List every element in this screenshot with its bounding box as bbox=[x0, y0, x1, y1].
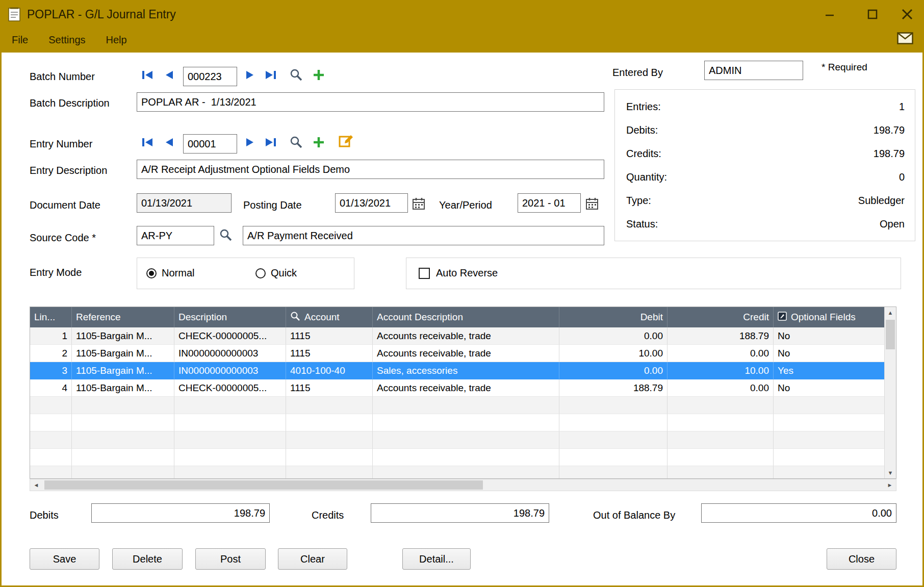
year-period-calendar-icon[interactable] bbox=[584, 195, 600, 212]
grid-cell-optional-fields[interactable] bbox=[774, 397, 885, 414]
radio-normal[interactable] bbox=[146, 268, 157, 278]
auto-reverse-checkbox[interactable] bbox=[419, 268, 430, 279]
entry-last-button[interactable] bbox=[263, 134, 279, 150]
grid-cell-debit[interactable]: 10.00 bbox=[559, 345, 668, 362]
horizontal-scrollbar[interactable]: ◄ ► bbox=[30, 479, 896, 491]
grid-cell-credit[interactable]: 0.00 bbox=[668, 379, 774, 397]
entry-description-input[interactable] bbox=[137, 160, 604, 179]
grid-cell-optional-fields[interactable] bbox=[774, 449, 885, 466]
grid-row[interactable]: 21105-Bargain M...IN00000000000031115Acc… bbox=[30, 345, 885, 362]
post-button[interactable]: Post bbox=[195, 548, 266, 570]
grid-cell-optional-fields[interactable]: No bbox=[774, 345, 885, 362]
detail-button[interactable]: Detail... bbox=[402, 548, 471, 570]
grid-cell-line[interactable] bbox=[30, 431, 72, 449]
entry-finder-icon[interactable] bbox=[288, 134, 304, 150]
grid-cell-optional-fields[interactable]: Yes bbox=[774, 362, 885, 379]
scroll-up-icon[interactable]: ▲ bbox=[885, 307, 896, 318]
posting-date-input[interactable] bbox=[335, 193, 408, 213]
grid-cell-account-description[interactable] bbox=[373, 414, 559, 431]
grid-cell-description[interactable] bbox=[174, 414, 286, 431]
minimize-button[interactable] bbox=[818, 5, 841, 24]
scroll-down-icon[interactable]: ▼ bbox=[885, 467, 896, 478]
grid-cell-line[interactable]: 3 bbox=[30, 362, 72, 379]
grid-cell-line[interactable]: 4 bbox=[30, 379, 72, 397]
grid-cell-reference[interactable] bbox=[72, 466, 174, 478]
col-header-credit[interactable]: Credit bbox=[668, 307, 774, 327]
source-code-input[interactable] bbox=[137, 226, 214, 245]
grid-cell-line[interactable]: 1 bbox=[30, 327, 72, 345]
grid-empty-row[interactable] bbox=[30, 397, 885, 414]
grid-cell-line[interactable] bbox=[30, 414, 72, 431]
grid-cell-account[interactable] bbox=[286, 414, 373, 431]
grid-row[interactable]: 41105-Bargain M...CHECK-00000005...1115A… bbox=[30, 379, 885, 397]
grid-cell-reference[interactable] bbox=[72, 431, 174, 449]
scroll-right-icon[interactable]: ► bbox=[884, 479, 896, 491]
save-button[interactable]: Save bbox=[30, 548, 99, 570]
col-header-debit[interactable]: Debit bbox=[559, 307, 668, 327]
posting-date-calendar-icon[interactable] bbox=[410, 195, 427, 212]
grid-cell-debit[interactable] bbox=[559, 431, 668, 449]
grid-cell-reference[interactable] bbox=[72, 449, 174, 466]
auto-reverse-label[interactable]: Auto Reverse bbox=[436, 267, 498, 279]
mail-icon[interactable] bbox=[897, 32, 913, 46]
clear-button[interactable]: Clear bbox=[278, 548, 347, 570]
batch-new-icon[interactable] bbox=[311, 67, 327, 83]
batch-next-button[interactable] bbox=[242, 67, 259, 83]
grid-cell-debit[interactable]: 0.00 bbox=[559, 362, 668, 379]
grid-cell-reference[interactable]: 1105-Bargain M... bbox=[72, 327, 174, 345]
grid-cell-account[interactable]: 4010-100-40 bbox=[286, 362, 373, 379]
grid-cell-reference[interactable] bbox=[72, 397, 174, 414]
grid-cell-line[interactable] bbox=[30, 397, 72, 414]
grid-cell-account[interactable] bbox=[286, 397, 373, 414]
grid-cell-description[interactable] bbox=[174, 397, 286, 414]
grid-cell-account[interactable]: 1115 bbox=[286, 327, 373, 345]
vertical-scroll-thumb[interactable] bbox=[886, 320, 895, 349]
grid-cell-reference[interactable]: 1105-Bargain M... bbox=[72, 379, 174, 397]
grid-cell-description[interactable]: CHECK-00000005... bbox=[174, 327, 286, 345]
entry-new-icon[interactable] bbox=[311, 134, 327, 150]
grid-cell-debit[interactable] bbox=[559, 397, 668, 414]
radio-normal-label[interactable]: Normal bbox=[162, 267, 194, 279]
batch-first-button[interactable] bbox=[139, 67, 156, 83]
grid-cell-description[interactable]: IN0000000000003 bbox=[174, 362, 286, 379]
grid-cell-line[interactable]: 2 bbox=[30, 345, 72, 362]
grid-cell-account-description[interactable] bbox=[373, 466, 559, 478]
grid-row[interactable]: 31105-Bargain M...IN00000000000034010-10… bbox=[30, 362, 885, 379]
grid-cell-description[interactable] bbox=[174, 449, 286, 466]
batch-prev-button[interactable] bbox=[161, 67, 177, 83]
grid-cell-credit[interactable]: 188.79 bbox=[668, 327, 774, 345]
radio-quick-label[interactable]: Quick bbox=[271, 267, 297, 279]
grid-empty-row[interactable] bbox=[30, 466, 885, 478]
grid-empty-row[interactable] bbox=[30, 414, 885, 431]
grid-cell-account[interactable] bbox=[286, 449, 373, 466]
vertical-scrollbar[interactable]: ▲ ▼ bbox=[884, 307, 896, 478]
grid-cell-credit[interactable]: 10.00 bbox=[668, 362, 774, 379]
grid-cell-account-description[interactable]: Accounts receivable, trade bbox=[373, 379, 559, 397]
source-code-finder-icon[interactable] bbox=[218, 227, 234, 243]
grid-cell-description[interactable] bbox=[174, 466, 286, 478]
col-header-line[interactable]: Lin... bbox=[30, 307, 72, 327]
grid-cell-credit[interactable] bbox=[668, 431, 774, 449]
maximize-button[interactable] bbox=[861, 5, 884, 24]
entry-note-icon[interactable] bbox=[338, 133, 354, 149]
grid-empty-row[interactable] bbox=[30, 431, 885, 449]
grid-cell-account-description[interactable]: Accounts receivable, trade bbox=[373, 345, 559, 362]
grid-cell-credit[interactable] bbox=[668, 449, 774, 466]
grid-cell-debit[interactable] bbox=[559, 449, 668, 466]
col-header-optional-fields[interactable]: Optional Fields bbox=[774, 307, 885, 327]
entry-first-button[interactable] bbox=[139, 134, 156, 150]
grid-cell-account-description[interactable] bbox=[373, 431, 559, 449]
grid-cell-account[interactable]: 1115 bbox=[286, 345, 373, 362]
menu-settings[interactable]: Settings bbox=[38, 34, 95, 46]
grid-cell-account[interactable]: 1115 bbox=[286, 379, 373, 397]
entry-number-input[interactable] bbox=[183, 134, 237, 154]
menu-help[interactable]: Help bbox=[96, 34, 137, 46]
grid-cell-account-description[interactable] bbox=[373, 449, 559, 466]
grid-cell-account-description[interactable] bbox=[373, 397, 559, 414]
grid-cell-description[interactable]: CHECK-00000005... bbox=[174, 379, 286, 397]
grid-cell-credit[interactable] bbox=[668, 466, 774, 478]
grid-cell-optional-fields[interactable] bbox=[774, 431, 885, 449]
grid-cell-credit[interactable] bbox=[668, 397, 774, 414]
grid-cell-line[interactable] bbox=[30, 449, 72, 466]
horizontal-scroll-thumb[interactable] bbox=[44, 480, 483, 490]
